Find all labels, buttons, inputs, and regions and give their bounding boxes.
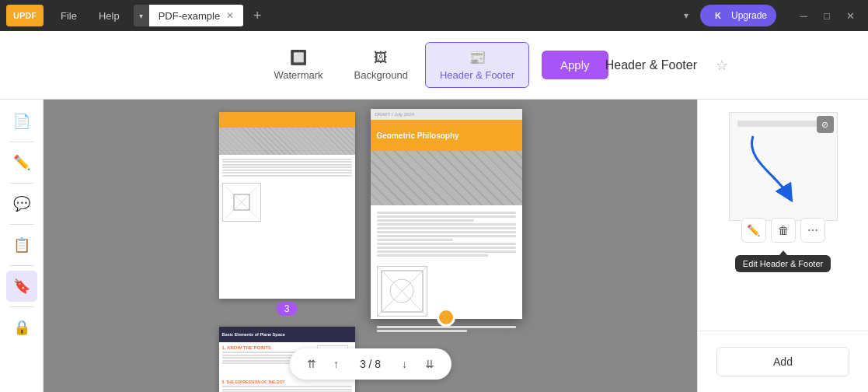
- sidebar-left: 📄 ✏️ 💬 📋 🔖 🔒: [0, 100, 44, 392]
- text-line: [222, 389, 352, 390]
- menu-file[interactable]: File: [50, 7, 88, 25]
- app-logo: UPDF: [6, 5, 44, 26]
- page-main-content: [371, 205, 522, 263]
- page-3-image: [219, 128, 355, 155]
- tab-pdf-example[interactable]: PDF-example ✕: [149, 5, 243, 26]
- edit-tooltip: Edit Header & Footer: [735, 255, 831, 272]
- text-line: [222, 166, 352, 168]
- main-page-view: DRAFT / July 2024 Geometric Philosophy: [371, 109, 522, 319]
- header-footer-preview: ⊘: [729, 112, 838, 221]
- sidebar-divider-4: [9, 265, 34, 266]
- text-line: [377, 231, 516, 233]
- text-line: [377, 223, 516, 226]
- page-3-header: [219, 112, 355, 128]
- header-footer-tool-button[interactable]: 📰 Header & Footer: [425, 42, 529, 88]
- page-diagram: [222, 183, 261, 222]
- background-label: Background: [354, 69, 408, 81]
- page-thumbnail-3[interactable]: 3: [219, 112, 355, 299]
- more-options-button[interactable]: ⋯: [800, 218, 825, 243]
- text-line: [377, 212, 516, 214]
- text-line: [377, 250, 516, 253]
- window-controls: ─ □ ✕: [792, 6, 862, 25]
- text-line: [377, 247, 516, 249]
- background-icon: 🖼: [374, 50, 388, 66]
- sidebar-divider-2: [9, 183, 34, 184]
- text-line: [222, 386, 352, 387]
- menu-bar: File Help: [50, 7, 131, 25]
- header-footer-label: Header & Footer: [440, 69, 514, 81]
- page-3-badge: 3: [277, 302, 298, 316]
- main-page-container: DRAFT / July 2024 Geometric Philosophy: [371, 109, 522, 319]
- no-preview-icon: ⊘: [817, 116, 834, 133]
- page-title-header: Geometric Philosophy: [371, 120, 522, 151]
- section2-title: 5. THE EXPRESSION OF THE DOT: [222, 380, 352, 384]
- tab-add-icon[interactable]: +: [248, 6, 267, 25]
- toolbar: 🔲 Watermark 🖼 Background 📰 Header & Foot…: [0, 31, 868, 100]
- preview-header-line: [737, 121, 829, 127]
- apply-button[interactable]: Apply: [542, 51, 608, 79]
- tabs-dropdown-icon[interactable]: ▾: [678, 8, 694, 23]
- background-tool-button[interactable]: 🖼 Background: [340, 44, 422, 87]
- tool-group: 🔲 Watermark 🖼 Background 📰 Header & Foot…: [260, 42, 608, 88]
- page-4-header: Basic Elements of Plane Space: [219, 327, 355, 342]
- diagram-svg: [226, 187, 257, 218]
- page-diagram-large: [377, 266, 427, 317]
- page-3-lines: [219, 155, 355, 180]
- tab-close-icon[interactable]: ✕: [226, 10, 234, 21]
- diagram-svg-large: [378, 267, 427, 316]
- text-line: [222, 159, 352, 160]
- pagination-bar: ⇈ ↑ 3 / 8 ↓ ⇊: [290, 348, 451, 380]
- titlebar-right: ▾ K Upgrade ─ □ ✕: [678, 5, 862, 26]
- text-line: [222, 161, 352, 163]
- text-line: [377, 227, 516, 229]
- maximize-button[interactable]: □: [815, 6, 838, 25]
- page-main-title: Geometric Philosophy: [377, 131, 459, 140]
- panel-thumbnail-area: ⊘ ✏️: [698, 100, 868, 331]
- text-line: [222, 170, 352, 171]
- next-page-button[interactable]: ↓: [396, 355, 414, 373]
- delete-header-footer-button[interactable]: 🗑: [771, 218, 796, 243]
- tooltip-container: Edit Header & Footer: [707, 255, 859, 272]
- prev-page-button[interactable]: ↑: [327, 355, 346, 373]
- arrow-svg: [737, 128, 807, 206]
- text-line: [377, 243, 516, 245]
- panel-title: Header & Footer: [605, 58, 697, 72]
- last-page-button[interactable]: ⇊: [420, 355, 439, 373]
- panel-action-buttons: ✏️ 🗑 ⋯: [741, 218, 825, 243]
- header-region: DRAFT / July 2024: [371, 109, 522, 120]
- sidebar-divider-1: [9, 142, 34, 142]
- tab-dropdown-arrow[interactable]: ▾: [134, 5, 149, 26]
- text-line: [222, 175, 352, 177]
- sidebar-item-form[interactable]: 📋: [6, 229, 37, 261]
- close-button[interactable]: ✕: [838, 6, 862, 25]
- panel-add-section: Add: [698, 331, 868, 392]
- text-line: [377, 239, 453, 241]
- page-4-section2: 5. THE EXPRESSION OF THE DOT: [219, 380, 355, 392]
- text-line: [222, 172, 352, 173]
- sidebar-item-organize[interactable]: 🔖: [6, 271, 37, 302]
- first-page-button[interactable]: ⇈: [302, 355, 321, 373]
- edit-header-footer-button[interactable]: ✏️: [741, 218, 766, 243]
- text-line: [377, 330, 467, 332]
- tooltip-arrow: [779, 250, 787, 255]
- menu-help[interactable]: Help: [88, 7, 131, 25]
- header-footer-icon: 📰: [469, 49, 486, 66]
- titlebar: UPDF File Help ▾ PDF-example ✕ + ▾ K Upg…: [0, 0, 868, 31]
- user-avatar: K: [709, 7, 727, 24]
- sidebar-item-protect[interactable]: 🔒: [6, 312, 37, 343]
- bookmark-icon[interactable]: ☆: [716, 57, 728, 74]
- upgrade-button[interactable]: K Upgrade: [700, 5, 776, 26]
- panel-preview-area: ⊘ ✏️: [729, 112, 838, 236]
- sidebar-item-comment[interactable]: 💬: [6, 188, 37, 219]
- right-panel: ⊘ ✏️: [697, 100, 868, 392]
- page-thumbnails: 3 Basic Elements of Plane Space 1. KNOW …: [219, 109, 355, 383]
- tab-label: PDF-example: [159, 10, 220, 22]
- watermark-tool-button[interactable]: 🔲 Watermark: [260, 43, 336, 87]
- watermark-icon: 🔲: [290, 49, 307, 66]
- text-line: [222, 164, 352, 166]
- sidebar-item-pages[interactable]: 📄: [6, 106, 37, 137]
- add-header-footer-button[interactable]: Add: [716, 347, 849, 376]
- minimize-button[interactable]: ─: [792, 6, 815, 25]
- sidebar-divider-3: [9, 224, 34, 225]
- sidebar-item-edit[interactable]: ✏️: [6, 147, 37, 178]
